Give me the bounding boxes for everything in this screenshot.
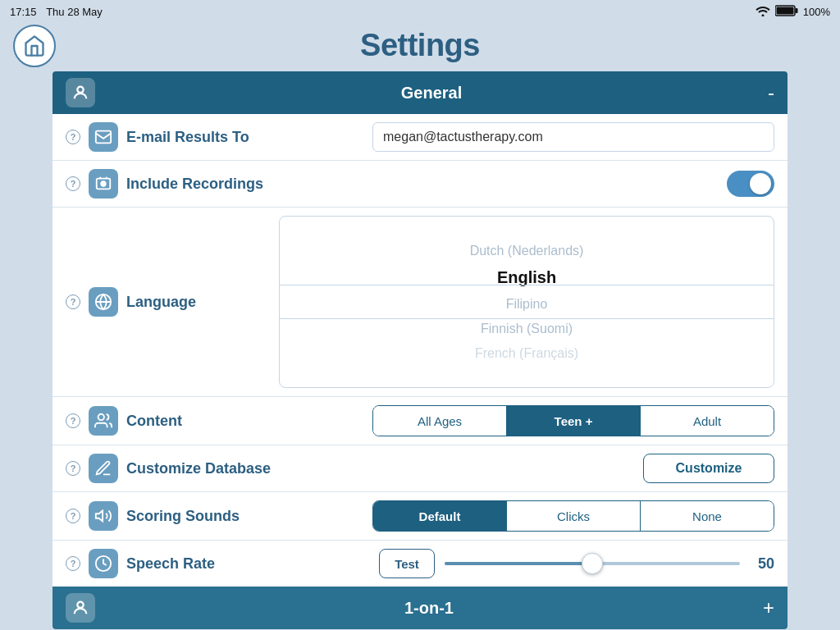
- content-row: ? Content All Ages Teen + Adult: [52, 397, 788, 445]
- one-on-one-expand-button[interactable]: +: [763, 596, 774, 619]
- recordings-control: [279, 171, 774, 197]
- settings-container: General - ? E-mail Results To ?: [52, 71, 788, 629]
- recordings-help-icon[interactable]: ?: [66, 176, 80, 191]
- content-control: All Ages Teen + Adult: [279, 405, 774, 436]
- lang-option-filipino[interactable]: Filipino: [280, 292, 774, 317]
- general-section-header: General -: [52, 71, 788, 114]
- svg-point-8: [98, 414, 104, 420]
- email-label-area: ? E-mail Results To: [66, 122, 279, 152]
- email-icon: [89, 122, 118, 152]
- scoring-option-none[interactable]: None: [641, 501, 774, 531]
- speech-rate-slider[interactable]: [445, 562, 740, 565]
- home-button[interactable]: [13, 25, 56, 67]
- page-header: Settings: [0, 23, 840, 71]
- scoring-help-icon[interactable]: ?: [66, 509, 80, 523]
- scoring-option-default[interactable]: Default: [373, 501, 507, 531]
- email-label: E-mail Results To: [126, 129, 249, 146]
- one-on-one-title: 1-on-1: [105, 599, 753, 618]
- email-row: ? E-mail Results To: [52, 114, 788, 161]
- lang-option-french[interactable]: French (Français): [280, 341, 774, 366]
- customize-button[interactable]: Customize: [643, 454, 774, 483]
- email-input[interactable]: [372, 122, 774, 152]
- language-icon: [89, 287, 118, 317]
- status-indicators: 100%: [756, 5, 830, 19]
- general-collapse-button[interactable]: -: [768, 81, 774, 104]
- svg-rect-2: [776, 7, 793, 14]
- slider-fill: [445, 562, 592, 565]
- svg-point-3: [77, 87, 83, 93]
- speech-rate-label-area: ? Speech Rate: [66, 549, 279, 578]
- speech-rate-help-icon[interactable]: ?: [66, 556, 80, 571]
- scoring-icon: [89, 501, 118, 531]
- recordings-label: Include Recordings: [126, 176, 263, 193]
- content-icon: [89, 406, 118, 436]
- content-label: Content: [126, 413, 182, 430]
- battery-icon: [775, 5, 798, 19]
- speech-rate-row: ? Speech Rate Test 50: [52, 541, 788, 587]
- language-picker[interactable]: Dutch (Nederlands) English Filipino Finn…: [279, 216, 774, 388]
- email-control: [279, 122, 774, 152]
- speech-rate-test-button[interactable]: Test: [379, 549, 435, 578]
- content-help-icon[interactable]: ?: [66, 413, 80, 428]
- content-option-adult[interactable]: Adult: [641, 406, 774, 436]
- scoring-row: ? Scoring Sounds Default Clicks None: [52, 492, 788, 541]
- page-title: Settings: [360, 28, 480, 63]
- battery-percent: 100%: [803, 6, 830, 18]
- scoring-control: Default Clicks None: [279, 500, 774, 532]
- speech-rate-icon: [89, 549, 118, 578]
- customize-icon: [89, 454, 118, 483]
- customize-help-icon[interactable]: ?: [66, 461, 80, 476]
- content-option-teen[interactable]: Teen +: [507, 406, 641, 436]
- speech-rate-label: Speech Rate: [126, 555, 215, 573]
- customize-label-area: ? Customize Database: [66, 454, 279, 483]
- status-time-date: 17:15 Thu 28 May: [10, 6, 103, 18]
- one-on-one-icon: [66, 593, 95, 623]
- speech-rate-control: Test 50: [279, 549, 774, 578]
- svg-marker-9: [96, 511, 103, 522]
- customize-row: ? Customize Database Customize: [52, 445, 788, 492]
- svg-rect-1: [795, 8, 797, 13]
- email-help-icon[interactable]: ?: [66, 130, 80, 144]
- scoring-label-area: ? Scoring Sounds: [66, 501, 279, 531]
- recordings-toggle[interactable]: [727, 171, 774, 197]
- language-row: ? Language Dutch (Nederlands) English Fi…: [52, 208, 788, 397]
- toggle-thumb: [750, 173, 771, 194]
- svg-rect-4: [96, 131, 111, 144]
- recordings-label-area: ? Include Recordings: [66, 169, 279, 199]
- content-segmented: All Ages Teen + Adult: [372, 405, 774, 436]
- customize-control: Customize: [279, 454, 774, 483]
- scoring-option-clicks[interactable]: Clicks: [507, 501, 641, 531]
- recordings-row: ? Include Recordings: [52, 161, 788, 208]
- customize-label: Customize Database: [126, 460, 271, 477]
- scoring-label: Scoring Sounds: [126, 508, 240, 525]
- language-help-icon[interactable]: ?: [66, 294, 80, 309]
- lang-option-dutch[interactable]: Dutch (Nederlands): [280, 239, 774, 263]
- toggle-track: [727, 171, 774, 197]
- status-bar: 17:15 Thu 28 May 100%: [0, 0, 840, 23]
- language-label-area: ? Language: [66, 287, 279, 317]
- general-section-title: General: [105, 84, 758, 103]
- general-section-icon: [66, 78, 95, 107]
- speech-rate-value: 50: [750, 555, 774, 573]
- one-on-one-section-header: 1-on-1 +: [52, 587, 788, 629]
- svg-point-6: [101, 181, 106, 186]
- language-label: Language: [126, 294, 196, 311]
- slider-thumb: [582, 553, 603, 574]
- scoring-segmented: Default Clicks None: [372, 500, 774, 532]
- language-control: Dutch (Nederlands) English Filipino Finn…: [279, 216, 774, 388]
- lang-option-finnish[interactable]: Finnish (Suomi): [280, 317, 774, 341]
- content-label-area: ? Content: [66, 406, 279, 436]
- lang-option-english[interactable]: English: [280, 263, 774, 292]
- svg-point-11: [77, 602, 83, 608]
- content-option-allages[interactable]: All Ages: [373, 406, 507, 436]
- wifi-icon: [756, 5, 770, 19]
- recordings-icon: [89, 169, 118, 199]
